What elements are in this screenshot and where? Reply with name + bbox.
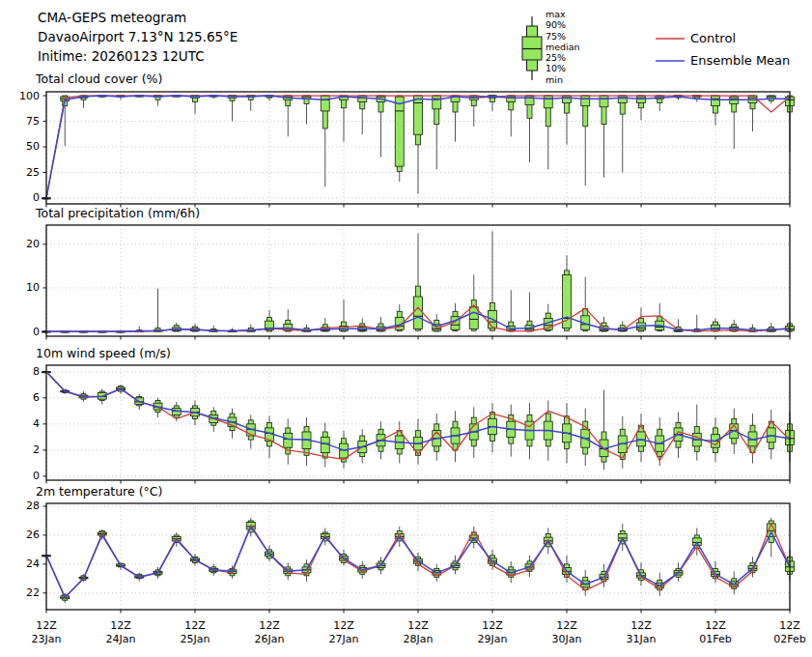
x-tick-date: 24Jan [106, 633, 136, 645]
y-tick-label: 75 [26, 115, 40, 128]
x-tick-hour: 12Z [184, 619, 206, 632]
y-tick-label: 26 [26, 528, 40, 541]
x-tick-date: 27Jan [329, 633, 359, 645]
panel-title-precipitation: Total precipitation (mm/6h) [36, 206, 200, 220]
x-tick-hour: 12Z [259, 619, 280, 632]
x-tick-hour: 12Z [407, 619, 429, 632]
panel-precipitation: 01020 [26, 225, 795, 340]
x-tick-date: 23Jan [32, 633, 62, 645]
y-tick-label: 50 [26, 140, 40, 153]
panel-title-cloud-cover: Total cloud cover (%) [36, 71, 162, 86]
meteogram-page: 025507510001020024682224262812Z23Jan12Z2… [0, 0, 812, 657]
x-axis-labels: 12Z23Jan12Z24Jan12Z25Jan12Z26Jan12Z27Jan… [32, 619, 806, 645]
ensemble-mean-line [46, 527, 790, 597]
y-tick-label: 6 [33, 391, 40, 404]
legend-label-p25: 25% [546, 52, 580, 63]
y-tick-label: 0 [33, 326, 40, 338]
x-tick-date: 30Jan [552, 633, 582, 645]
panel-temperature: 22242628 [26, 500, 795, 613]
y-tick-label: 100 [19, 90, 40, 102]
x-tick-hour: 12Z [556, 619, 577, 632]
panel-cloud-cover: 0255075100 [19, 90, 795, 208]
chart-title: CMA-GEPS meteogram [38, 8, 238, 27]
legend-label-p75: 75% [546, 31, 580, 42]
x-tick-date: 28Jan [404, 633, 434, 645]
station-coordinates: DavaoAirport 7.13°N 125.65°E [38, 27, 238, 46]
panel-title-wind-speed: 10m wind speed (m/s) [36, 346, 171, 360]
legend-label-median: median [546, 42, 580, 52]
legend-entry-control: Control [690, 31, 736, 45]
x-tick-date: 29Jan [478, 633, 508, 645]
legend-entry-ensemble-mean: Ensemble Mean [690, 53, 790, 68]
x-tick-hour: 12Z [36, 619, 57, 632]
y-tick-label: 2 [33, 443, 40, 456]
legend-label-p90: 90% [546, 19, 580, 30]
x-tick-date: 02Feb [773, 633, 805, 645]
x-tick-hour: 12Z [333, 619, 354, 632]
ensemble-boxplots [42, 96, 795, 199]
x-tick-hour: 12Z [482, 619, 503, 632]
y-tick-label: 28 [26, 500, 40, 512]
x-tick-date: 25Jan [181, 633, 210, 645]
legend-label-min: min [546, 74, 580, 85]
y-tick-label: 25 [26, 166, 40, 179]
legend-box-guide-labels: max 90% 75% median 25% 10% min [546, 9, 580, 85]
y-tick-label: 24 [26, 557, 40, 570]
legend-label-max: max [546, 9, 580, 19]
init-time: Initime: 20260123 12UTC [38, 46, 238, 66]
legend-label-p10: 10% [546, 63, 580, 73]
y-tick-label: 0 [33, 470, 40, 482]
y-tick-label: 22 [26, 586, 40, 599]
y-tick-label: 20 [26, 238, 40, 250]
y-tick-label: 10 [26, 281, 40, 294]
ensemble-boxplots [42, 372, 795, 470]
panel-title-temperature: 2m temperature (°C) [36, 484, 162, 499]
x-tick-hour: 12Z [779, 619, 800, 632]
x-tick-hour: 12Z [110, 619, 131, 632]
y-tick-label: 8 [33, 365, 40, 378]
panel-wind-speed: 02468 [33, 365, 795, 484]
x-tick-date: 01Feb [699, 633, 731, 645]
x-tick-hour: 12Z [705, 619, 726, 632]
y-tick-label: 0 [33, 191, 40, 204]
meteogram-chart: 025507510001020024682224262812Z23Jan12Z2… [0, 0, 812, 657]
x-tick-date: 31Jan [627, 633, 657, 645]
x-tick-hour: 12Z [630, 619, 652, 632]
x-tick-date: 26Jan [255, 633, 285, 645]
y-tick-label: 4 [33, 417, 40, 430]
chart-header: CMA-GEPS meteogram DavaoAirport 7.13°N 1… [38, 8, 238, 66]
